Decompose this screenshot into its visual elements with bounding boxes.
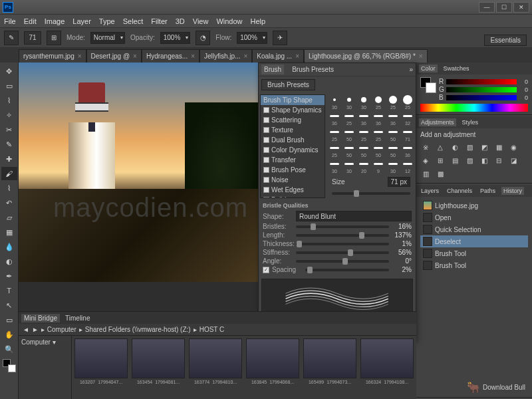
tab-channels[interactable]: Channels xyxy=(445,187,474,195)
brush-tip[interactable]: 50 xyxy=(372,142,385,158)
brush-tip[interactable]: 25 xyxy=(357,126,370,142)
doc-tab[interactable]: rysanthemum.jpg× xyxy=(19,49,86,63)
brush-tip[interactable]: 36 xyxy=(386,110,400,126)
pen-tool-icon[interactable]: ✒ xyxy=(1,269,17,283)
eraser-tool-icon[interactable]: ▱ xyxy=(1,211,17,224)
heal-tool-icon[interactable]: ✚ xyxy=(1,152,17,166)
hand-tool-icon[interactable]: ✋ xyxy=(1,328,17,341)
thumbnail[interactable]: 163774_17994810... xyxy=(189,338,242,396)
type-tool-icon[interactable]: T xyxy=(1,284,17,297)
tab-styles[interactable]: Styles xyxy=(460,118,481,126)
workspace-switcher[interactable]: Essentials xyxy=(484,35,527,46)
adjustment-icon[interactable]: ◈ xyxy=(420,156,431,165)
adjustment-icon[interactable]: ▦ xyxy=(493,142,504,152)
brush-tip[interactable]: 36 xyxy=(328,110,341,126)
shape-tool-icon[interactable]: ▭ xyxy=(1,313,17,327)
b-slider[interactable] xyxy=(446,95,517,100)
brush-tip[interactable]: 71 xyxy=(401,126,414,142)
bristle-slider[interactable] xyxy=(296,234,389,237)
brush-tip[interactable]: 25 xyxy=(328,142,341,158)
brush-tip[interactable]: 25 xyxy=(328,126,341,142)
adjustment-icon[interactable]: ▧ xyxy=(464,142,475,152)
chevron-right-icon[interactable]: » xyxy=(409,66,413,73)
back-icon[interactable]: ◄ xyxy=(23,326,29,333)
brush-option-transfer[interactable]: Transfer xyxy=(261,155,325,165)
shape-dropdown[interactable]: Round Blunt xyxy=(296,211,412,221)
bristle-slider[interactable] xyxy=(296,225,389,228)
menu-image[interactable]: Image xyxy=(45,17,65,25)
zoom-tool-icon[interactable]: 🔍 xyxy=(1,342,17,356)
brush-option-scattering[interactable]: Scattering xyxy=(261,115,325,125)
color-swatches[interactable] xyxy=(3,359,16,372)
menu-help[interactable]: Help xyxy=(251,17,266,25)
brush-tip[interactable]: 30 xyxy=(328,158,341,174)
move-tool-icon[interactable]: ✥ xyxy=(1,65,17,78)
history-item[interactable]: Deselect xyxy=(420,235,528,247)
wand-tool-icon[interactable]: ✧ xyxy=(1,108,17,122)
adjustment-icon[interactable]: ◩ xyxy=(479,142,489,152)
thumbnail[interactable]: 163207_17994047... xyxy=(74,338,128,396)
doc-tab[interactable]: Koala.jpg ...× xyxy=(252,49,304,63)
tab-swatches[interactable]: Swatches xyxy=(442,65,471,72)
close-icon[interactable]: × xyxy=(295,53,299,60)
brush-option-shape-dynamics[interactable]: Shape Dynamics xyxy=(261,105,325,115)
checkbox-icon[interactable] xyxy=(263,137,269,143)
adjustment-icon[interactable]: ▥ xyxy=(420,169,431,178)
brush-tip[interactable]: 50 xyxy=(342,126,356,142)
brush-tip[interactable]: 50 xyxy=(386,126,400,142)
checkbox-icon[interactable] xyxy=(263,197,269,198)
menu-file[interactable]: File xyxy=(4,17,16,25)
airbrush-icon[interactable]: ✈ xyxy=(273,31,287,45)
crop-tool-icon[interactable]: ✂ xyxy=(1,123,17,136)
mode-dropdown[interactable]: Normal xyxy=(90,32,125,44)
doc-tab-active[interactable]: Lighthouse.jpg @ 66,7% (RGB/8#) *× xyxy=(304,49,428,63)
menu-select[interactable]: Select xyxy=(123,17,144,25)
brush-option-dual-brush[interactable]: Dual Brush xyxy=(261,135,325,145)
adjustment-icon[interactable]: ◧ xyxy=(479,156,489,165)
doc-tab[interactable]: Desert.jpg @× xyxy=(86,49,142,63)
brush-tip[interactable]: 25 xyxy=(372,94,385,110)
close-icon[interactable]: × xyxy=(191,53,195,60)
forward-icon[interactable]: ► xyxy=(32,326,39,333)
close-icon[interactable]: × xyxy=(419,53,423,60)
brush-tip[interactable]: 30 xyxy=(328,94,341,110)
tab-history[interactable]: History xyxy=(501,187,524,195)
brush-option-build-up[interactable]: Build-up xyxy=(261,195,325,198)
blur-tool-icon[interactable]: 💧 xyxy=(1,240,17,253)
history-item[interactable]: Brush Tool xyxy=(420,259,528,271)
g-value[interactable]: 0 xyxy=(519,86,528,93)
brush-presets-button[interactable]: Brush Presets xyxy=(261,79,315,90)
brush-tip[interactable]: 30 xyxy=(342,94,356,110)
tab-paths[interactable]: Paths xyxy=(478,187,497,195)
opacity-dropdown[interactable]: 100% xyxy=(160,32,191,44)
spacing-slider[interactable] xyxy=(305,269,389,271)
adjustment-icon[interactable]: ◪ xyxy=(508,156,519,165)
flow-dropdown[interactable]: 100% xyxy=(237,32,267,44)
brush-tip[interactable]: 25 xyxy=(401,94,414,110)
stamp-tool-icon[interactable]: ⌇ xyxy=(1,182,17,195)
brush-size-picker[interactable]: 71 xyxy=(24,31,41,45)
tab-brush-presets[interactable]: Brush Presets xyxy=(289,65,336,74)
checkbox-icon[interactable] xyxy=(263,177,269,183)
brush-tip[interactable]: 25 xyxy=(342,110,356,126)
brush-tip[interactable]: 30 xyxy=(386,158,400,174)
tab-color[interactable]: Color xyxy=(419,65,438,72)
close-icon[interactable]: × xyxy=(133,53,137,60)
brush-option-color-dynamics[interactable]: Color Dynamics xyxy=(261,145,325,155)
adjustment-icon[interactable]: ◉ xyxy=(508,142,519,152)
adjustment-icon[interactable]: ⊟ xyxy=(493,156,504,165)
checkbox-icon[interactable] xyxy=(263,117,269,123)
close-icon[interactable]: × xyxy=(243,53,247,60)
r-slider[interactable] xyxy=(446,79,517,84)
doc-tab[interactable]: Hydrangeas...× xyxy=(142,49,200,63)
checkbox-icon[interactable] xyxy=(263,187,269,193)
menu-layer[interactable]: Layer xyxy=(72,17,91,25)
brush-tip[interactable]: 36 xyxy=(401,142,414,158)
checkbox-icon[interactable] xyxy=(263,147,269,153)
doc-tab[interactable]: Jellyfish.jp...× xyxy=(200,49,252,63)
eyedropper-tool-icon[interactable]: ✎ xyxy=(1,138,17,151)
menu-filter[interactable]: Filter xyxy=(151,17,167,25)
menu-type[interactable]: Type xyxy=(99,17,115,25)
adjustment-icon[interactable]: ▨ xyxy=(464,156,475,165)
brush-tip[interactable]: 30 xyxy=(357,94,370,110)
